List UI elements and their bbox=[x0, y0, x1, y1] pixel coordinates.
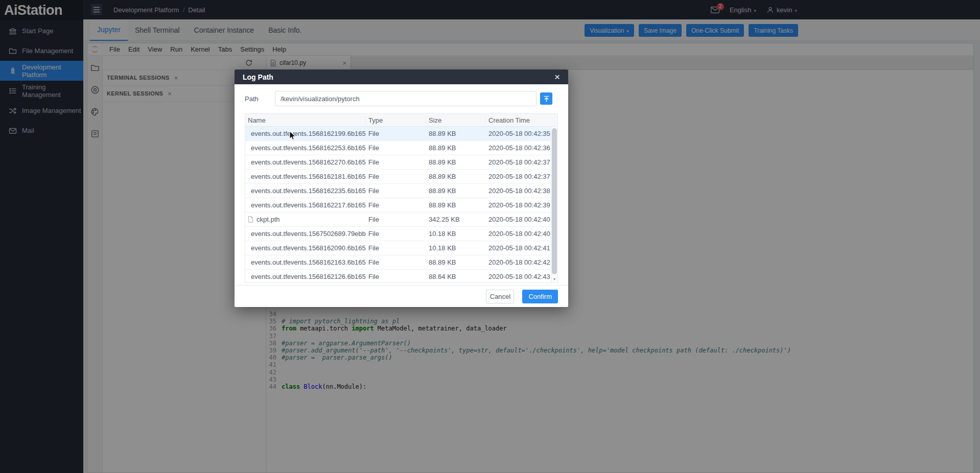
cell-creation-time: 2020-05-18 00:42:37 bbox=[486, 158, 551, 166]
modal-footer: Cancel Confirm bbox=[235, 285, 568, 307]
path-input[interactable] bbox=[275, 91, 536, 106]
cell-size: 88.89 KB bbox=[426, 187, 486, 195]
table-row[interactable]: events.out.tfevents.1568162235.6b165c9af… bbox=[245, 184, 551, 198]
file-table: Name Type Size Creation Time events.out.… bbox=[245, 113, 558, 283]
cell-size: 10.18 KB bbox=[426, 230, 486, 238]
table-row[interactable]: events.out.tfevents.1568162163.6b165c9af… bbox=[245, 255, 551, 270]
table-row[interactable]: events.out.tfevents.1568162253.6b165c9af… bbox=[245, 141, 551, 155]
table-scrollbar[interactable] bbox=[551, 127, 557, 282]
cell-name: events.out.tfevents.1567502689.79ebb4ce6… bbox=[245, 230, 366, 238]
file-table-header: Name Type Size Creation Time bbox=[245, 114, 557, 127]
table-row[interactable]: events.out.tfevents.1568162181.6b165c9af… bbox=[245, 170, 551, 184]
cell-size: 88.89 KB bbox=[426, 173, 486, 180]
cell-creation-time: 2020-05-18 00:42:36 bbox=[486, 144, 551, 152]
modal-header: Log Path bbox=[235, 69, 568, 84]
file-name: events.out.tfevents.1568162253.6b165c9af… bbox=[251, 144, 366, 152]
modal-title: Log Path bbox=[243, 73, 273, 81]
cell-size: 88.89 KB bbox=[426, 144, 486, 152]
cell-type: File bbox=[366, 158, 426, 166]
cell-size: 88.64 KB bbox=[426, 273, 486, 280]
cell-size: 88.89 KB bbox=[426, 201, 486, 209]
arrow-up-icon bbox=[543, 96, 550, 102]
table-row[interactable]: events.out.tfevents.1568162217.6b165c9af… bbox=[245, 198, 551, 212]
cell-name: events.out.tfevents.1568162090.6b165c9af… bbox=[245, 244, 366, 252]
cell-name: events.out.tfevents.1568162253.6b165c9af… bbox=[245, 144, 366, 152]
cell-name: ckpt.pth bbox=[245, 216, 366, 223]
cell-name: events.out.tfevents.1568162163.6b165c9af… bbox=[245, 258, 366, 266]
cell-name: events.out.tfevents.1568162181.6b165c9af… bbox=[245, 173, 366, 180]
column-header-size: Size bbox=[426, 116, 486, 124]
cell-creation-time: 2020-05-18 00:42:37 bbox=[486, 173, 551, 180]
cell-size: 88.89 KB bbox=[426, 130, 486, 137]
cell-creation-time: 2020-05-18 00:42:35 bbox=[486, 130, 551, 137]
scrollbar-down-arrow[interactable] bbox=[551, 276, 557, 282]
cell-name: events.out.tfevents.1568162199.6b165c9af… bbox=[245, 130, 366, 137]
table-row[interactable]: events.out.tfevents.1568162270.6b165c9af… bbox=[245, 155, 551, 170]
scrollbar-thumb[interactable] bbox=[552, 128, 557, 274]
confirm-button[interactable]: Confirm bbox=[522, 290, 558, 303]
table-row[interactable]: ckpt.pth File 342.25 KB 2020-05-18 00:42… bbox=[245, 212, 551, 227]
cell-creation-time: 2020-05-18 00:42:41 bbox=[486, 244, 551, 252]
file-name: events.out.tfevents.1567502689.79ebb4ce6… bbox=[251, 230, 366, 238]
file-name: events.out.tfevents.1568162181.6b165c9af… bbox=[251, 173, 366, 180]
cell-creation-time: 2020-05-18 00:42:40 bbox=[486, 216, 551, 223]
table-row[interactable]: events.out.tfevents.1568162126.6b165c9af… bbox=[245, 270, 551, 282]
cell-size: 88.89 KB bbox=[426, 258, 486, 266]
path-label: Path bbox=[245, 95, 275, 103]
cell-size: 342.25 KB bbox=[426, 216, 486, 223]
cell-type: File bbox=[366, 130, 426, 137]
cell-creation-time: 2020-05-18 00:42:38 bbox=[486, 187, 551, 195]
cell-type: File bbox=[366, 173, 426, 180]
modal-body: Path Name Type Size Creation Time events… bbox=[235, 84, 568, 285]
file-name: events.out.tfevents.1568162090.6b165c9af… bbox=[251, 244, 366, 252]
table-row[interactable]: events.out.tfevents.1567502689.79ebb4ce6… bbox=[245, 227, 551, 241]
table-row[interactable]: events.out.tfevents.1568162090.6b165c9af… bbox=[245, 241, 551, 255]
file-table-body-rows: events.out.tfevents.1568162199.6b165c9af… bbox=[245, 127, 551, 282]
cell-creation-time: 2020-05-18 00:42:42 bbox=[486, 258, 551, 266]
cell-type: File bbox=[366, 230, 426, 238]
cell-creation-time: 2020-05-18 00:42:43 bbox=[486, 273, 551, 280]
cell-type: File bbox=[366, 258, 426, 266]
file-name: events.out.tfevents.1568162270.6b165c9af… bbox=[251, 158, 366, 166]
cell-type: File bbox=[366, 201, 426, 209]
close-icon[interactable] bbox=[554, 72, 560, 82]
cell-name: events.out.tfevents.1568162126.6b165c9af… bbox=[245, 273, 366, 280]
cancel-button[interactable]: Cancel bbox=[486, 290, 514, 303]
file-name: events.out.tfevents.1568162199.6b165c9af… bbox=[251, 130, 366, 137]
cell-creation-time: 2020-05-18 00:42:39 bbox=[486, 201, 551, 209]
go-up-directory-button[interactable] bbox=[540, 92, 552, 105]
file-name: ckpt.pth bbox=[256, 216, 280, 223]
table-row[interactable]: events.out.tfevents.1568162199.6b165c9af… bbox=[245, 127, 551, 141]
cell-name: events.out.tfevents.1568162235.6b165c9af… bbox=[245, 187, 366, 195]
cell-name: events.out.tfevents.1568162270.6b165c9af… bbox=[245, 158, 366, 166]
column-header-type: Type bbox=[366, 116, 426, 124]
cell-type: File bbox=[366, 187, 426, 195]
log-path-modal: Log Path Path Name Type Size Creation Ti… bbox=[235, 69, 568, 307]
file-name: events.out.tfevents.1568162126.6b165c9af… bbox=[251, 273, 366, 280]
file-name: events.out.tfevents.1568162235.6b165c9af… bbox=[251, 187, 366, 195]
cell-name: events.out.tfevents.1568162217.6b165c9af… bbox=[245, 201, 366, 209]
file-table-body: events.out.tfevents.1568162199.6b165c9af… bbox=[245, 127, 557, 282]
cell-type: File bbox=[366, 216, 426, 223]
cell-type: File bbox=[366, 244, 426, 252]
cell-size: 88.89 KB bbox=[426, 158, 486, 166]
cell-creation-time: 2020-05-18 00:42:40 bbox=[486, 230, 551, 238]
file-icon bbox=[248, 216, 253, 223]
cell-type: File bbox=[366, 273, 426, 280]
file-name: events.out.tfevents.1568162163.6b165c9af… bbox=[251, 258, 366, 266]
file-name: events.out.tfevents.1568162217.6b165c9af… bbox=[251, 201, 366, 209]
path-row: Path bbox=[245, 91, 558, 106]
cell-type: File bbox=[366, 144, 426, 152]
column-header-creation-time: Creation Time bbox=[486, 116, 557, 124]
cell-size: 10.18 KB bbox=[426, 244, 486, 252]
column-header-name: Name bbox=[245, 116, 366, 124]
